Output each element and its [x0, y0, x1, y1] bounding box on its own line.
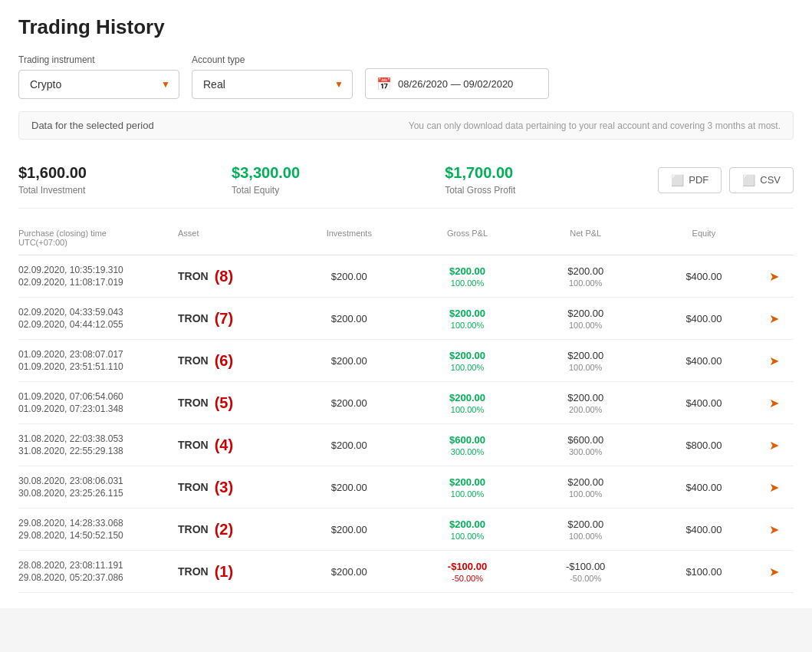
gross-pnl-value: $200.00 [449, 476, 485, 488]
equity-value: $400.00 [651, 355, 757, 367]
cell-expand[interactable]: ➤ [763, 480, 794, 495]
cell-asset: TRON (1) [172, 563, 290, 581]
asset-name: TRON [178, 565, 209, 578]
col-time: Purchase (closing) timeUTC(+07:00) [18, 226, 172, 250]
gross-pnl-percent: -50.00% [452, 574, 483, 583]
cell-time: 31.08.2020, 22:03:38.053 31.08.2020, 22:… [18, 433, 172, 456]
col-expand [763, 226, 794, 250]
period-label: Data for the selected period [31, 120, 154, 131]
expand-row-button[interactable]: ➤ [769, 565, 779, 579]
account-select[interactable]: Real Demo [192, 70, 353, 99]
equity-value: $800.00 [651, 440, 757, 451]
total-equity-value: $3,300.00 [232, 164, 445, 182]
instrument-select[interactable]: Crypto Forex Stocks [18, 70, 179, 99]
date-range-picker[interactable]: 📅 08/26/2020 — 09/02/2020 [365, 68, 549, 99]
cell-asset: TRON (2) [172, 521, 290, 538]
cell-gross-pnl: $200.00 100.00% [408, 476, 526, 499]
cell-expand[interactable]: ➤ [763, 269, 794, 284]
total-equity-item: $3,300.00 Total Equity [232, 164, 445, 196]
cell-expand[interactable]: ➤ [763, 522, 794, 537]
table-row: 01.09.2020, 07:06:54.060 01.09.2020, 07:… [18, 382, 794, 424]
cell-time: 28.08.2020, 23:08:11.191 29.08.2020, 05:… [18, 560, 172, 583]
net-pnl-percent: 200.00% [569, 405, 602, 414]
total-investment-item: $1,600.00 Total Investment [18, 164, 232, 196]
cell-expand[interactable]: ➤ [763, 565, 794, 579]
expand-row-button[interactable]: ➤ [769, 354, 779, 368]
net-pnl-percent: 100.00% [569, 321, 602, 330]
total-investment-label: Total Investment [18, 185, 232, 196]
cell-net-pnl: $600.00 300.00% [527, 434, 645, 456]
cell-investment: $200.00 [290, 355, 408, 367]
calendar-icon: 📅 [376, 77, 392, 91]
cell-gross-pnl: $200.00 100.00% [408, 519, 526, 541]
expand-row-button[interactable]: ➤ [769, 396, 779, 410]
cell-net-pnl: $200.00 100.00% [527, 350, 645, 372]
account-label: Account type [192, 54, 353, 65]
cell-equity: $400.00 [645, 397, 763, 409]
cell-asset: TRON (8) [172, 268, 290, 285]
equity-value: $400.00 [651, 313, 757, 324]
total-gross-profit-value: $1,700.00 [445, 164, 658, 182]
cell-equity: $400.00 [645, 313, 763, 324]
time-close: 29.08.2020, 05:20:37.086 [18, 572, 166, 583]
cell-investment: $200.00 [290, 524, 408, 535]
asset-name: TRON [178, 481, 209, 493]
cell-equity: $400.00 [645, 482, 763, 493]
time-open: 30.08.2020, 23:08:06.031 [18, 476, 166, 486]
asset-name: TRON [178, 523, 209, 535]
cell-gross-pnl: -$100.00 -50.00% [408, 561, 526, 583]
cell-time: 02.09.2020, 04:33:59.043 02.09.2020, 04:… [18, 307, 172, 330]
cell-gross-pnl: $600.00 300.00% [408, 434, 526, 456]
cell-expand[interactable]: ➤ [763, 354, 794, 368]
gross-pnl-percent: 100.00% [451, 532, 484, 541]
col-asset: Asset [172, 226, 290, 250]
cell-equity: $100.00 [645, 566, 763, 578]
net-pnl-value: $600.00 [567, 434, 603, 446]
gross-pnl-value: -$100.00 [448, 561, 487, 572]
gross-pnl-percent: 100.00% [451, 278, 484, 288]
pdf-label: PDF [689, 174, 708, 186]
gross-pnl-percent: 100.00% [451, 405, 484, 414]
cell-net-pnl: $200.00 100.00% [527, 265, 645, 288]
net-pnl-percent: 100.00% [569, 278, 602, 288]
cell-expand[interactable]: ➤ [763, 396, 794, 410]
total-investment-value: $1,600.00 [18, 164, 232, 182]
cell-time: 30.08.2020, 23:08:06.031 30.08.2020, 23:… [18, 476, 172, 499]
asset-name: TRON [178, 439, 209, 451]
investment-value: $200.00 [296, 271, 402, 282]
col-equity: Equity [645, 226, 763, 250]
account-select-wrapper: Real Demo ▼ [192, 70, 353, 99]
cell-investment: $200.00 [290, 397, 408, 409]
cell-net-pnl: $200.00 100.00% [527, 476, 645, 499]
pdf-export-button[interactable]: ⬜ PDF [658, 167, 722, 193]
cell-expand[interactable]: ➤ [763, 311, 794, 326]
page-title: Trading History [18, 15, 794, 39]
gross-pnl-value: $200.00 [449, 265, 485, 277]
instrument-select-wrapper: Crypto Forex Stocks ▼ [18, 70, 179, 99]
time-close: 01.09.2020, 07:23:01.348 [18, 403, 166, 414]
asset-name: TRON [178, 354, 209, 367]
date-label [365, 53, 549, 64]
expand-row-button[interactable]: ➤ [769, 269, 779, 284]
expand-row-button[interactable]: ➤ [769, 522, 779, 537]
col-gross-pnl: Gross P&L [408, 226, 526, 250]
cell-equity: $400.00 [645, 524, 763, 535]
investment-value: $200.00 [296, 440, 402, 451]
csv-icon: ⬜ [742, 174, 755, 186]
table-row: 01.09.2020, 23:08:07.017 01.09.2020, 23:… [18, 340, 794, 382]
net-pnl-value: $200.00 [567, 392, 603, 403]
net-pnl-value: $200.00 [567, 265, 603, 277]
csv-export-button[interactable]: ⬜ CSV [729, 167, 794, 193]
equity-value: $400.00 [651, 271, 757, 282]
cell-investment: $200.00 [290, 271, 408, 282]
cell-time: 29.08.2020, 14:28:33.068 29.08.2020, 14:… [18, 518, 172, 541]
trade-number: (8) [215, 268, 233, 285]
expand-row-button[interactable]: ➤ [769, 438, 779, 453]
pdf-icon: ⬜ [671, 174, 684, 186]
equity-value: $400.00 [651, 482, 757, 493]
equity-value: $400.00 [651, 397, 757, 409]
expand-row-button[interactable]: ➤ [769, 311, 779, 326]
expand-row-button[interactable]: ➤ [769, 480, 779, 495]
cell-expand[interactable]: ➤ [763, 438, 794, 453]
net-pnl-value: $200.00 [567, 476, 603, 488]
